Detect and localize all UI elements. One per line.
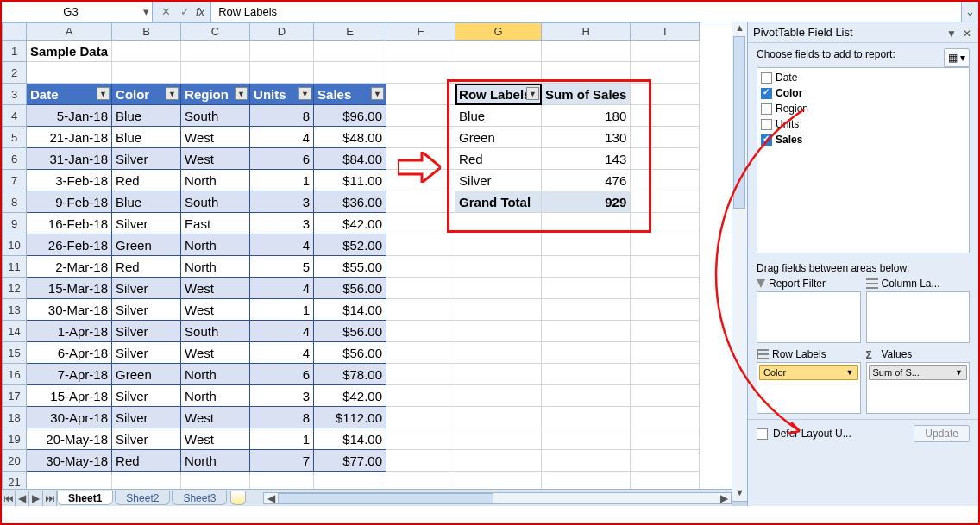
table-cell[interactable]: North <box>181 256 250 278</box>
cell[interactable] <box>455 278 542 299</box>
table-cell[interactable]: West <box>181 278 250 299</box>
cell[interactable] <box>455 321 542 342</box>
table-cell[interactable]: $48.00 <box>314 127 386 148</box>
cell[interactable] <box>455 41 542 62</box>
cell[interactable] <box>542 41 631 62</box>
col-header-G[interactable]: G <box>455 23 542 41</box>
cell[interactable] <box>181 62 250 84</box>
table-cell[interactable]: Blue <box>112 127 181 148</box>
field-list-dropdown-icon[interactable]: ▼ <box>945 27 958 39</box>
cell[interactable] <box>314 472 386 490</box>
table-cell[interactable]: West <box>181 148 250 170</box>
filter-dropdown-icon[interactable]: ▼ <box>166 87 179 100</box>
table-cell[interactable]: 26-Feb-18 <box>27 234 112 256</box>
table-cell[interactable]: West <box>181 342 250 364</box>
table-cell[interactable]: 31-Jan-18 <box>27 148 112 170</box>
row-header-14[interactable]: 14 <box>3 321 27 342</box>
table-cell[interactable]: $84.00 <box>314 148 386 170</box>
row-header-10[interactable]: 10 <box>3 234 27 256</box>
row-header-8[interactable]: 8 <box>3 191 27 213</box>
table-header-date[interactable]: Date▼ <box>27 84 112 105</box>
table-cell[interactable]: 1-Apr-18 <box>27 321 112 342</box>
filter-dropdown-icon[interactable]: ▼ <box>235 87 248 100</box>
table-cell[interactable]: 1 <box>250 299 314 321</box>
sheet-tab-sheet2[interactable]: Sheet2 <box>115 491 170 505</box>
vscroll-split[interactable] <box>732 501 748 506</box>
cell[interactable] <box>455 472 542 490</box>
table-cell[interactable]: $14.00 <box>314 428 386 450</box>
cell[interactable] <box>455 256 542 278</box>
hscroll-thumb[interactable] <box>278 493 493 503</box>
formula-expand-icon[interactable]: ⌄ <box>961 2 978 22</box>
vscrollbar[interactable]: ▲ ▼ <box>732 22 747 506</box>
area-rows-box[interactable]: Color▼ <box>757 362 861 414</box>
table-cell[interactable]: 3 <box>250 213 314 234</box>
row-header-6[interactable]: 6 <box>3 148 27 170</box>
values-pill-sumofsales[interactable]: Sum of S...▼ <box>869 365 968 380</box>
filter-dropdown-icon[interactable]: ▼ <box>97 87 110 100</box>
table-cell[interactable]: North <box>181 364 250 385</box>
cell[interactable] <box>386 364 455 385</box>
table-cell[interactable]: $42.00 <box>314 385 386 407</box>
table-cell[interactable]: 1 <box>250 170 314 191</box>
cell[interactable] <box>250 41 314 62</box>
cell[interactable] <box>386 321 455 342</box>
row-header-2[interactable]: 2 <box>3 62 27 84</box>
table-cell[interactable]: 15-Mar-18 <box>27 278 112 299</box>
cell[interactable] <box>631 342 700 364</box>
cell[interactable] <box>631 256 700 278</box>
row-header-18[interactable]: 18 <box>3 407 27 428</box>
row-header-12[interactable]: 12 <box>3 278 27 299</box>
cell[interactable] <box>314 41 386 62</box>
field-date[interactable]: Date <box>759 70 967 85</box>
cell[interactable] <box>542 278 631 299</box>
area-filter-box[interactable] <box>757 291 861 343</box>
cell[interactable] <box>27 62 112 84</box>
table-cell[interactable]: Silver <box>112 299 181 321</box>
name-box-dropdown-icon[interactable]: ▾ <box>140 5 152 18</box>
area-columns-box[interactable] <box>866 291 971 343</box>
row-header-15[interactable]: 15 <box>3 342 27 364</box>
cell[interactable] <box>631 385 700 407</box>
table-cell[interactable]: $96.00 <box>314 105 386 127</box>
cell[interactable] <box>27 472 112 490</box>
field-region[interactable]: Region <box>759 101 967 116</box>
checkbox-date[interactable] <box>761 72 772 84</box>
col-header-A[interactable]: A <box>27 23 112 41</box>
table-cell[interactable]: Green <box>112 364 181 385</box>
cell[interactable] <box>455 407 542 428</box>
table-cell[interactable]: West <box>181 407 250 428</box>
cell[interactable] <box>542 472 631 490</box>
field-sales[interactable]: Sales <box>759 132 967 147</box>
table-header-sales[interactable]: Sales▼ <box>314 84 386 105</box>
cell[interactable] <box>386 472 455 490</box>
col-header-E[interactable]: E <box>314 23 386 41</box>
field-units[interactable]: Units <box>759 116 967 132</box>
cell[interactable] <box>386 450 455 472</box>
cell[interactable] <box>386 342 455 364</box>
cell[interactable] <box>386 62 455 84</box>
table-cell[interactable]: 1 <box>250 428 314 450</box>
hscrollbar[interactable]: ◀ ▶ <box>263 492 732 504</box>
cell[interactable] <box>631 472 700 490</box>
table-cell[interactable]: Silver <box>112 148 181 170</box>
fx-icon[interactable]: fx <box>196 5 204 18</box>
table-cell[interactable]: Silver <box>112 321 181 342</box>
cell[interactable] <box>542 299 631 321</box>
cell[interactable] <box>386 84 455 105</box>
table-cell[interactable]: 5-Jan-18 <box>27 105 112 127</box>
sheet-tab-sheet3[interactable]: Sheet3 <box>172 491 227 505</box>
cell[interactable] <box>542 450 631 472</box>
row-header-3[interactable]: 3 <box>3 84 27 105</box>
defer-layout-checkbox[interactable] <box>757 428 768 440</box>
table-cell[interactable]: South <box>181 191 250 213</box>
cell[interactable] <box>386 234 455 256</box>
field-list-box[interactable]: DateColorRegionUnitsSales <box>757 67 970 253</box>
chevron-down-icon[interactable]: ▼ <box>846 368 854 377</box>
cell[interactable] <box>542 385 631 407</box>
cell[interactable] <box>542 342 631 364</box>
table-cell[interactable]: North <box>181 450 250 472</box>
area-values-box[interactable]: Sum of S...▼ <box>866 362 971 414</box>
cell[interactable] <box>631 364 700 385</box>
table-cell[interactable]: $78.00 <box>314 364 386 385</box>
